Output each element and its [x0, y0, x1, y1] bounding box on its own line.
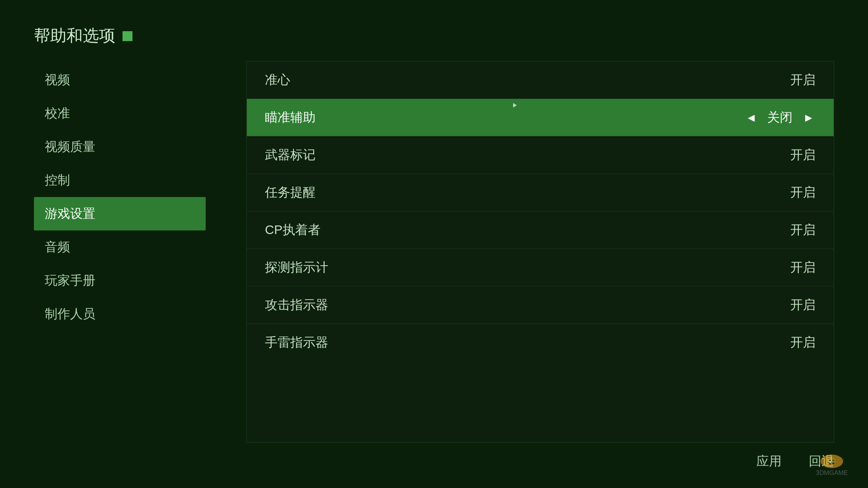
content-panel: 准心开启瞄准辅助◀关闭▶武器标记开启任务提醒开启CP执着者开启探测指示计开启攻击…	[246, 61, 834, 443]
value-text-weapon-marker: 开启	[790, 146, 816, 164]
settings-row-mission-reminder[interactable]: 任务提醒开启	[247, 174, 834, 211]
setting-name-weapon-marker: 武器标记	[265, 146, 316, 164]
value-text-cp-enforcer: 开启	[790, 221, 816, 239]
apply-button[interactable]: 应用	[756, 453, 782, 470]
sidebar-item-audio[interactable]: 音频	[34, 230, 206, 264]
sidebar-item-video[interactable]: 视频	[34, 63, 206, 97]
sidebar: 视频校准视频质量控制游戏设置音频玩家手册制作人员	[34, 63, 206, 331]
setting-value-cp-enforcer: 开启	[790, 221, 816, 239]
value-text-aim-assist: 关闭	[767, 109, 793, 126]
setting-value-detection-meter: 开启	[790, 259, 816, 276]
setting-name-crosshair: 准心	[265, 71, 290, 89]
setting-value-weapon-marker: 开启	[790, 146, 816, 164]
value-text-attack-indicator: 开启	[790, 296, 816, 314]
setting-value-attack-indicator: 开启	[790, 296, 816, 314]
setting-name-mission-reminder: 任务提醒	[265, 184, 316, 201]
settings-row-crosshair[interactable]: 准心开启	[247, 61, 834, 99]
sidebar-item-control[interactable]: 控制	[34, 164, 206, 197]
setting-name-cp-enforcer: CP执着者	[265, 221, 321, 239]
page-title: 帮助和选项	[34, 25, 132, 47]
watermark-text: 3DMGAME	[816, 469, 848, 476]
title-icon	[123, 31, 132, 41]
sidebar-item-video-quality[interactable]: 视频质量	[34, 130, 206, 164]
sidebar-item-credits[interactable]: 制作人员	[34, 297, 206, 331]
settings-row-attack-indicator[interactable]: 攻击指示器开启	[247, 286, 834, 324]
settings-row-grenade-indicator[interactable]: 手雷指示器开启	[247, 324, 834, 361]
setting-value-grenade-indicator: 开启	[790, 334, 816, 351]
setting-value-aim-assist: ◀关闭▶	[744, 109, 816, 126]
settings-list: 准心开启瞄准辅助◀关闭▶武器标记开启任务提醒开启CP执着者开启探测指示计开启攻击…	[247, 61, 834, 361]
value-text-mission-reminder: 开启	[790, 184, 816, 201]
value-text-detection-meter: 开启	[790, 259, 816, 276]
setting-name-aim-assist: 瞄准辅助	[265, 109, 316, 126]
setting-value-crosshair: 开启	[790, 71, 816, 89]
settings-row-detection-meter[interactable]: 探测指示计开启	[247, 249, 834, 286]
sidebar-item-game-settings[interactable]: 游戏设置	[34, 197, 206, 230]
arrow-right-aim-assist[interactable]: ▶	[802, 110, 816, 125]
setting-value-mission-reminder: 开启	[790, 184, 816, 201]
value-text-crosshair: 开启	[790, 71, 816, 89]
sidebar-item-calibration[interactable]: 校准	[34, 97, 206, 130]
sidebar-item-manual[interactable]: 玩家手册	[34, 264, 206, 297]
setting-name-grenade-indicator: 手雷指示器	[265, 334, 328, 351]
settings-row-cp-enforcer[interactable]: CP执着者开启	[247, 211, 834, 249]
value-text-grenade-indicator: 开启	[790, 334, 816, 351]
settings-row-aim-assist[interactable]: 瞄准辅助◀关闭▶	[247, 99, 834, 136]
setting-name-attack-indicator: 攻击指示器	[265, 296, 328, 314]
watermark: 😄 3DMGAME	[805, 452, 859, 479]
setting-name-detection-meter: 探测指示计	[265, 259, 328, 276]
arrow-left-aim-assist[interactable]: ◀	[744, 110, 758, 125]
settings-row-weapon-marker[interactable]: 武器标记开启	[247, 136, 834, 174]
